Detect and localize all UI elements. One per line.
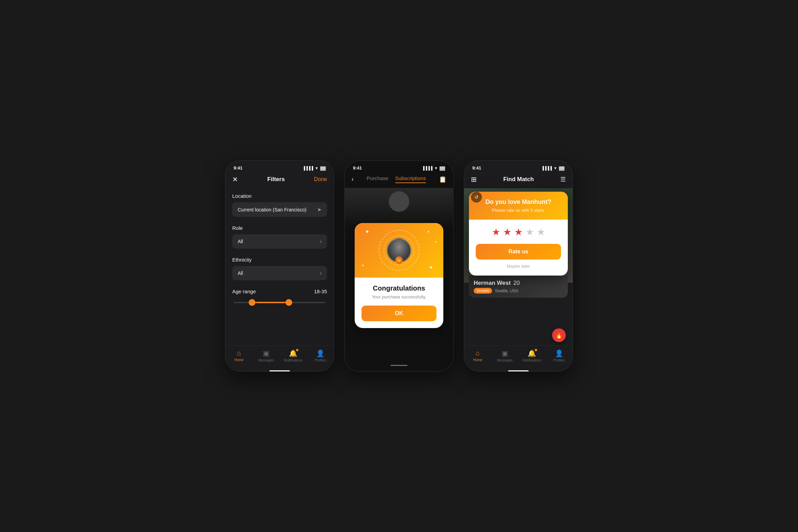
ethnicity-chevron-icon: › (320, 270, 322, 276)
phone2-content: ✦ ✦ ✦ ✦ ● 👑 Congratulations Your purchas… (345, 188, 453, 363)
location-arrow-icon: ➤ (317, 206, 322, 213)
signal-icon-2: ▐▐▐▐ (422, 166, 432, 170)
bg-avatar (389, 191, 409, 212)
ok-button[interactable]: OK (361, 306, 437, 321)
notifications-icon-1: 🔔 (289, 349, 297, 357)
sparkle-star-5: ● (435, 240, 437, 243)
nav-home-3[interactable]: ⌂ Home (464, 349, 491, 362)
star-5[interactable]: ★ (537, 226, 545, 238)
role-section: Role All › (225, 221, 334, 253)
notifications-icon-3: 🔔 (528, 349, 536, 357)
nav-messages-3[interactable]: ▣ Messages (491, 349, 519, 362)
phone-congratulations: 9:41 ▐▐▐▐ ▼ ▓▓ ‹ Purchase Subscriptions … (344, 160, 454, 372)
like-button[interactable]: 🔥 (552, 328, 566, 342)
star-2[interactable]: ★ (503, 226, 512, 238)
notifications-label-1: Notifications (284, 358, 302, 362)
profile-age: 20 (513, 280, 520, 286)
wifi-icon-3: ▼ (553, 166, 557, 170)
bottom-nav-1: ⌂ Home ▣ Messages 🔔 Notifications 👤 Prof… (225, 345, 334, 368)
notes-icon[interactable]: 📋 (439, 176, 446, 183)
purchase-header: ‹ Purchase Subscriptions 📋 (345, 173, 453, 188)
signal-icon-3: ▐▐▐▐ (541, 166, 552, 170)
profile-name-row: Herman West 20 (474, 280, 563, 286)
status-icons-1: ▐▐▐▐ ▼ ▓▓ (302, 166, 326, 170)
messages-icon-3: ▣ (502, 349, 508, 357)
maybe-later-link[interactable]: Maybe later (476, 264, 561, 269)
star-3[interactable]: ★ (514, 226, 523, 238)
ethnicity-value: All (238, 270, 243, 276)
age-slider[interactable] (234, 299, 326, 306)
slider-thumb-left[interactable] (249, 299, 255, 306)
status-bar-2: 9:41 ▐▐▐▐ ▼ ▓▓ (345, 161, 453, 173)
filters-title: Filters (267, 176, 285, 183)
tab-subscriptions[interactable]: Subscriptions (395, 175, 426, 183)
nav-notifications-3[interactable]: 🔔 Notifications (518, 349, 546, 362)
messages-label-1: Messages (258, 358, 274, 362)
profiles-label-3: Profiles (553, 358, 565, 362)
sparkle-star-3: ✦ (361, 264, 364, 267)
profile-card: Herman West 20 Versatile Seattle, USA (469, 276, 568, 298)
profile-location: Seattle, USA (495, 289, 518, 293)
profiles-icon-1: 👤 (316, 349, 325, 357)
profiles-label-1: Profiles (315, 358, 326, 362)
star-4[interactable]: ★ (526, 226, 534, 238)
sparkle-star-4: ✦ (429, 264, 433, 271)
tab-purchase[interactable]: Purchase (367, 175, 388, 183)
close-button[interactable]: ✕ (232, 175, 238, 183)
location-field[interactable]: Current location (San Francisco) ➤ (232, 202, 327, 217)
menu-icon[interactable]: ☰ (560, 176, 566, 183)
filters-header: ✕ Filters Done (225, 173, 334, 189)
ethnicity-field[interactable]: All › (232, 266, 327, 280)
phone-rate: 9:41 ▐▐▐▐ ▼ ▓▓ ⊞ Find Match ☰ PARKIN ↺ D… (464, 160, 573, 372)
ethnicity-section: Ethnicity All › (225, 253, 334, 284)
nav-profiles-1[interactable]: 👤 Profiles (307, 349, 334, 362)
messages-label-3: Messages (497, 358, 513, 362)
rate-card-title: Do you love Manhunt? (476, 198, 561, 206)
role-value: All (238, 239, 243, 244)
status-bar-3: 9:41 ▐▐▐▐ ▼ ▓▓ (464, 161, 573, 173)
phone-filters: 9:41 ▐▐▐▐ ▼ ▓▓ ✕ Filters Done Location C… (225, 160, 334, 372)
find-match-title: Find Match (503, 176, 534, 183)
location-label: Location (232, 193, 327, 199)
sparkle-star-2: ✦ (427, 230, 430, 234)
status-icons-2: ▐▐▐▐ ▼ ▓▓ (422, 166, 445, 170)
home-icon-1: ⌂ (237, 349, 241, 357)
role-label: Role (232, 225, 327, 231)
stars-rating[interactable]: ★ ★ ★ ★ ★ (476, 226, 561, 238)
home-icon-3: ⌂ (476, 349, 480, 357)
rate-us-button[interactable]: Rate us (476, 244, 561, 260)
location-section: Location Current location (San Francisco… (225, 189, 334, 221)
rate-card-gradient-top: Do you love Manhunt? Please rate us with… (469, 192, 568, 220)
card-top-gradient: ✦ ✦ ✦ ✦ ● 👑 (355, 223, 443, 278)
crown-badge: 👑 (395, 256, 403, 264)
rate-card-subtitle: Please rate us with 5 stars. (476, 208, 561, 213)
nav-messages-1[interactable]: ▣ Messages (253, 349, 280, 362)
age-range-row: Age range 18-35 (232, 289, 327, 294)
ethnicity-label: Ethnicity (232, 257, 327, 263)
profiles-icon-3: 👤 (555, 349, 563, 357)
grid-icon[interactable]: ⊞ (471, 175, 477, 183)
age-range-section: Age range 18-35 (225, 284, 334, 310)
congratulations-card: ✦ ✦ ✦ ✦ ● 👑 Congratulations Your purchas… (355, 223, 443, 328)
card-body: Congratulations Your purchase successful… (355, 278, 443, 328)
slider-fill (252, 302, 289, 303)
back-button[interactable]: ‹ (352, 176, 354, 183)
nav-home-1[interactable]: ⌂ Home (225, 349, 253, 362)
home-label-3: Home (473, 358, 482, 362)
role-field[interactable]: All › (232, 234, 327, 249)
slider-thumb-right[interactable] (285, 299, 292, 306)
time-1: 9:41 (234, 165, 242, 171)
undo-button[interactable]: ↺ (471, 192, 482, 203)
star-1[interactable]: ★ (492, 226, 500, 238)
battery-icon-2: ▓▓ (440, 166, 445, 170)
status-bar-1: 9:41 ▐▐▐▐ ▼ ▓▓ (225, 161, 334, 173)
time-3: 9:41 (472, 165, 481, 171)
done-button[interactable]: Done (314, 176, 327, 182)
phones-container: 9:41 ▐▐▐▐ ▼ ▓▓ ✕ Filters Done Location C… (225, 160, 573, 372)
nav-profiles-3[interactable]: 👤 Profiles (546, 349, 573, 362)
nav-notifications-1[interactable]: 🔔 Notifications (280, 349, 307, 362)
age-range-label: Age range (232, 289, 256, 294)
congratulations-title: Congratulations (361, 284, 437, 292)
profile-name: Herman West (474, 280, 511, 286)
home-indicator-3 (508, 370, 529, 371)
